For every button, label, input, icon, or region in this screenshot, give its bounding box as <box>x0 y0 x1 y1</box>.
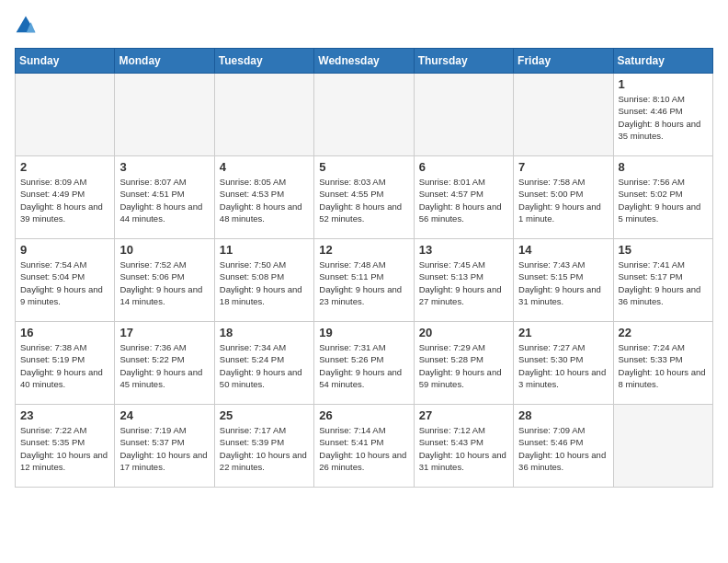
day-number: 12 <box>319 243 408 257</box>
day-number: 16 <box>20 326 109 339</box>
calendar-cell: 2Sunrise: 8:09 AM Sunset: 4:49 PM Daylig… <box>16 156 115 239</box>
calendar-week-row: 16Sunrise: 7:38 AM Sunset: 5:19 PM Dayli… <box>16 322 713 405</box>
calendar-cell <box>115 74 214 156</box>
day-info: Sunrise: 7:14 AM Sunset: 5:41 PM Dayligh… <box>319 424 408 473</box>
day-number: 26 <box>319 408 408 422</box>
calendar-cell: 8Sunrise: 7:56 AM Sunset: 5:02 PM Daylig… <box>613 156 712 239</box>
day-info: Sunrise: 7:19 AM Sunset: 5:37 PM Dayligh… <box>119 424 209 473</box>
calendar-cell: 1Sunrise: 8:10 AM Sunset: 4:46 PM Daylig… <box>613 74 712 156</box>
calendar-cell: 3Sunrise: 8:07 AM Sunset: 4:51 PM Daylig… <box>115 156 214 239</box>
calendar-week-row: 9Sunrise: 7:54 AM Sunset: 5:04 PM Daylig… <box>16 239 713 322</box>
calendar-cell: 17Sunrise: 7:36 AM Sunset: 5:22 PM Dayli… <box>115 322 214 405</box>
day-info: Sunrise: 7:12 AM Sunset: 5:43 PM Dayligh… <box>419 424 508 473</box>
weekday-header: Tuesday <box>214 49 313 74</box>
calendar-cell <box>514 74 613 156</box>
logo-icon <box>15 15 37 37</box>
calendar-cell: 9Sunrise: 7:54 AM Sunset: 5:04 PM Daylig… <box>16 239 115 322</box>
calendar-cell: 10Sunrise: 7:52 AM Sunset: 5:06 PM Dayli… <box>115 239 214 322</box>
calendar-cell: 14Sunrise: 7:43 AM Sunset: 5:15 PM Dayli… <box>514 239 613 322</box>
day-number: 3 <box>119 160 209 174</box>
calendar-cell <box>16 74 115 156</box>
day-info: Sunrise: 7:48 AM Sunset: 5:11 PM Dayligh… <box>319 259 408 307</box>
day-number: 20 <box>419 326 508 339</box>
day-number: 28 <box>518 408 608 422</box>
calendar-cell <box>314 74 414 156</box>
day-info: Sunrise: 7:45 AM Sunset: 5:13 PM Dayligh… <box>419 259 508 307</box>
calendar-cell: 28Sunrise: 7:09 AM Sunset: 5:46 PM Dayli… <box>514 405 613 488</box>
day-info: Sunrise: 7:54 AM Sunset: 5:04 PM Dayligh… <box>20 259 109 307</box>
calendar-cell: 16Sunrise: 7:38 AM Sunset: 5:19 PM Dayli… <box>16 322 115 405</box>
day-info: Sunrise: 7:34 AM Sunset: 5:24 PM Dayligh… <box>220 341 309 390</box>
page-header <box>15 15 713 37</box>
calendar-cell: 13Sunrise: 7:45 AM Sunset: 5:13 PM Dayli… <box>414 239 513 322</box>
day-info: Sunrise: 7:41 AM Sunset: 5:17 PM Dayligh… <box>619 259 708 307</box>
calendar-cell: 25Sunrise: 7:17 AM Sunset: 5:39 PM Dayli… <box>214 405 313 488</box>
day-number: 14 <box>518 243 608 257</box>
weekday-header: Saturday <box>613 49 712 74</box>
calendar-cell <box>414 74 513 156</box>
day-number: 6 <box>419 160 508 174</box>
calendar-cell: 27Sunrise: 7:12 AM Sunset: 5:43 PM Dayli… <box>414 405 513 488</box>
calendar-week-row: 23Sunrise: 7:22 AM Sunset: 5:35 PM Dayli… <box>16 405 713 488</box>
calendar-cell: 15Sunrise: 7:41 AM Sunset: 5:17 PM Dayli… <box>613 239 712 322</box>
weekday-header: Monday <box>115 49 214 74</box>
calendar-week-row: 2Sunrise: 8:09 AM Sunset: 4:49 PM Daylig… <box>16 156 713 239</box>
day-number: 7 <box>518 160 608 174</box>
day-number: 2 <box>20 160 109 174</box>
day-number: 10 <box>119 243 209 257</box>
day-number: 27 <box>419 408 508 422</box>
day-info: Sunrise: 7:58 AM Sunset: 5:00 PM Dayligh… <box>518 176 608 224</box>
weekday-header: Thursday <box>414 49 513 74</box>
day-info: Sunrise: 8:01 AM Sunset: 4:57 PM Dayligh… <box>419 176 508 224</box>
day-number: 15 <box>619 243 708 257</box>
calendar-cell: 12Sunrise: 7:48 AM Sunset: 5:11 PM Dayli… <box>314 239 414 322</box>
day-number: 9 <box>20 243 109 257</box>
day-info: Sunrise: 8:05 AM Sunset: 4:53 PM Dayligh… <box>220 176 309 224</box>
weekday-header: Friday <box>514 49 613 74</box>
day-number: 23 <box>20 408 109 422</box>
calendar-cell: 21Sunrise: 7:27 AM Sunset: 5:30 PM Dayli… <box>514 322 613 405</box>
calendar-cell: 4Sunrise: 8:05 AM Sunset: 4:53 PM Daylig… <box>214 156 313 239</box>
day-number: 17 <box>119 326 209 339</box>
day-info: Sunrise: 8:10 AM Sunset: 4:46 PM Dayligh… <box>619 93 708 142</box>
day-info: Sunrise: 7:43 AM Sunset: 5:15 PM Dayligh… <box>518 259 608 307</box>
calendar-cell: 22Sunrise: 7:24 AM Sunset: 5:33 PM Dayli… <box>613 322 712 405</box>
calendar-cell: 23Sunrise: 7:22 AM Sunset: 5:35 PM Dayli… <box>16 405 115 488</box>
day-info: Sunrise: 7:38 AM Sunset: 5:19 PM Dayligh… <box>20 341 109 390</box>
day-info: Sunrise: 8:09 AM Sunset: 4:49 PM Dayligh… <box>20 176 109 224</box>
day-number: 13 <box>419 243 508 257</box>
day-info: Sunrise: 8:07 AM Sunset: 4:51 PM Dayligh… <box>119 176 209 224</box>
day-number: 1 <box>619 77 708 91</box>
calendar-cell <box>613 405 712 488</box>
day-number: 18 <box>220 326 309 339</box>
day-info: Sunrise: 7:52 AM Sunset: 5:06 PM Dayligh… <box>119 259 209 307</box>
day-info: Sunrise: 7:27 AM Sunset: 5:30 PM Dayligh… <box>518 341 608 390</box>
weekday-header: Wednesday <box>314 49 414 74</box>
day-info: Sunrise: 7:50 AM Sunset: 5:08 PM Dayligh… <box>220 259 309 307</box>
calendar-table: SundayMondayTuesdayWednesdayThursdayFrid… <box>15 48 713 488</box>
calendar-header-row: SundayMondayTuesdayWednesdayThursdayFrid… <box>16 49 713 74</box>
calendar-cell: 24Sunrise: 7:19 AM Sunset: 5:37 PM Dayli… <box>115 405 214 488</box>
day-number: 11 <box>220 243 309 257</box>
day-info: Sunrise: 7:24 AM Sunset: 5:33 PM Dayligh… <box>619 341 708 390</box>
day-number: 4 <box>220 160 309 174</box>
day-info: Sunrise: 7:56 AM Sunset: 5:02 PM Dayligh… <box>619 176 708 224</box>
calendar-cell: 19Sunrise: 7:31 AM Sunset: 5:26 PM Dayli… <box>314 322 414 405</box>
day-number: 5 <box>319 160 408 174</box>
calendar-cell: 20Sunrise: 7:29 AM Sunset: 5:28 PM Dayli… <box>414 322 513 405</box>
day-info: Sunrise: 8:03 AM Sunset: 4:55 PM Dayligh… <box>319 176 408 224</box>
calendar-week-row: 1Sunrise: 8:10 AM Sunset: 4:46 PM Daylig… <box>16 74 713 156</box>
day-number: 22 <box>619 326 708 339</box>
day-number: 24 <box>119 408 209 422</box>
calendar-cell: 11Sunrise: 7:50 AM Sunset: 5:08 PM Dayli… <box>214 239 313 322</box>
day-number: 21 <box>518 326 608 339</box>
day-number: 8 <box>619 160 708 174</box>
day-number: 19 <box>319 326 408 339</box>
weekday-header: Sunday <box>16 49 115 74</box>
day-info: Sunrise: 7:36 AM Sunset: 5:22 PM Dayligh… <box>119 341 209 390</box>
day-number: 25 <box>220 408 309 422</box>
calendar-cell: 26Sunrise: 7:14 AM Sunset: 5:41 PM Dayli… <box>314 405 414 488</box>
calendar-cell: 6Sunrise: 8:01 AM Sunset: 4:57 PM Daylig… <box>414 156 513 239</box>
day-info: Sunrise: 7:22 AM Sunset: 5:35 PM Dayligh… <box>20 424 109 473</box>
day-info: Sunrise: 7:09 AM Sunset: 5:46 PM Dayligh… <box>518 424 608 473</box>
